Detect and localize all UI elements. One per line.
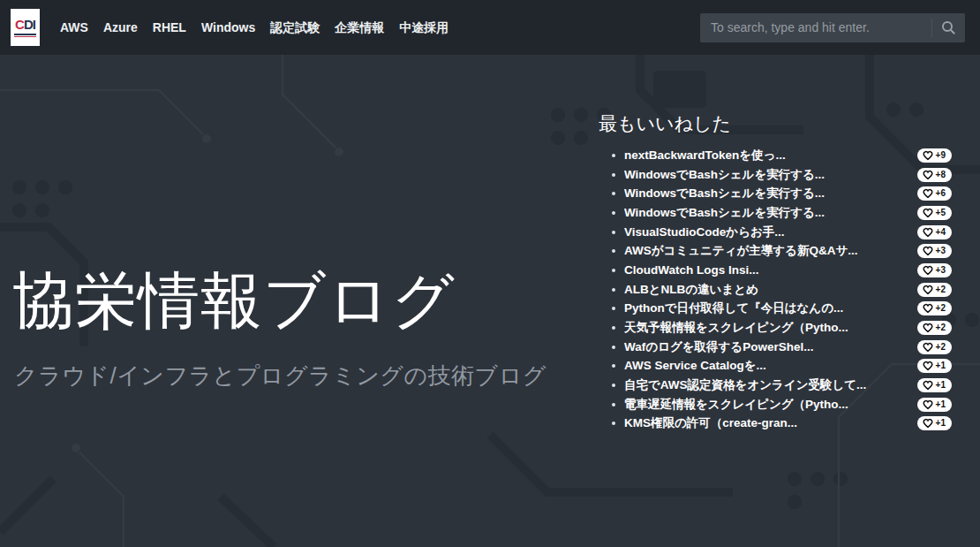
search-icon xyxy=(941,20,956,35)
bullet-icon xyxy=(612,211,615,215)
article-title[interactable]: 自宅でAWS認定資格をオンライン受験して... xyxy=(624,377,910,393)
like-badge: +1 xyxy=(917,416,952,430)
list-item[interactable]: ALBとNLBの違いまとめ +2 xyxy=(599,280,952,300)
hero-copy: 協栄情報ブログ クラウド/インフラとプログラミングの技術ブログ xyxy=(12,269,547,391)
article-title[interactable]: VisualStudioCodeからお手... xyxy=(624,224,910,240)
list-item[interactable]: nextBackwardTokenを使っ... +9 xyxy=(599,146,952,165)
heart-icon xyxy=(923,150,933,161)
list-item[interactable]: CloudWatch Logs Insi... +3 xyxy=(599,261,952,280)
nav-item: 中途採用 xyxy=(399,19,449,36)
main-nav: AWS Azure RHEL Windows 認定試験 企業情報 中途採用 xyxy=(60,19,449,36)
heart-icon xyxy=(923,323,933,333)
list-item[interactable]: AWSがコミュニティが主導する新Q&Aサ... +3 xyxy=(599,241,952,261)
heart-icon xyxy=(923,285,933,295)
list-item[interactable]: KMS権限の許可（create-gran... +1 xyxy=(599,414,952,434)
bullet-icon xyxy=(612,364,615,368)
article-title[interactable]: AWS Service Catalogを... xyxy=(624,358,910,374)
bullet-icon xyxy=(612,154,615,157)
logo-letters-di: DI xyxy=(24,17,35,32)
article-title[interactable]: CloudWatch Logs Insi... xyxy=(624,263,910,277)
nav-item: Azure xyxy=(103,19,138,36)
list-item[interactable]: VisualStudioCodeからお手... +4 xyxy=(599,223,952,242)
like-count: +4 xyxy=(936,228,946,237)
blog-title: 協栄情報ブログ xyxy=(12,269,547,334)
article-title[interactable]: Pythonで日付取得して『今日はなんの... xyxy=(624,300,910,316)
nav-item: 企業情報 xyxy=(335,19,384,36)
like-count: +6 xyxy=(936,189,946,198)
nav-item-5[interactable]: 企業情報 xyxy=(335,20,384,34)
heart-icon xyxy=(923,227,933,238)
nav-item-4[interactable]: 認定試験 xyxy=(270,20,320,34)
like-badge: +1 xyxy=(917,359,952,373)
site-logo[interactable]: CDI xyxy=(11,9,40,46)
heart-icon xyxy=(923,208,933,218)
like-badge: +3 xyxy=(917,244,952,258)
heart-icon xyxy=(923,265,933,276)
nav-item-1[interactable]: Azure xyxy=(103,20,138,34)
bullet-icon xyxy=(612,346,615,349)
bullet-icon xyxy=(612,288,615,292)
article-title[interactable]: 天気予報情報をスクレイピング（Pytho... xyxy=(624,320,910,336)
list-item[interactable]: 天気予報情報をスクレイピング（Pytho... +2 xyxy=(599,318,952,338)
bullet-icon xyxy=(612,249,615,253)
search-box xyxy=(700,13,965,42)
article-title[interactable]: ALBとNLBの違いまとめ xyxy=(624,282,910,298)
nav-item-0[interactable]: AWS xyxy=(60,20,88,34)
list-item[interactable]: AWS Service Catalogを... +1 xyxy=(599,357,952,376)
search-button[interactable] xyxy=(931,19,965,37)
like-badge: +8 xyxy=(917,168,952,182)
heart-icon xyxy=(923,342,933,353)
like-count: +1 xyxy=(936,419,946,428)
list-item[interactable]: 自宅でAWS認定資格をオンライン受験して... +1 xyxy=(599,376,952,395)
nav-item-3[interactable]: Windows xyxy=(201,20,255,34)
list-item[interactable]: WindowsでBashシェルを実行する... +8 xyxy=(599,165,952,185)
like-badge: +2 xyxy=(917,340,952,354)
blog-subtitle: クラウド/インフラとプログラミングの技術ブログ xyxy=(14,361,547,391)
most-liked-widget: 最もいいねした nextBackwardTokenを使っ... +9 Windo… xyxy=(599,111,952,433)
article-title[interactable]: AWSがコミュニティが主導する新Q&Aサ... xyxy=(624,243,910,259)
heart-icon xyxy=(923,361,933,371)
nav-item: Windows xyxy=(201,19,255,36)
list-item[interactable]: Pythonで日付取得して『今日はなんの... +2 xyxy=(599,300,952,319)
bullet-icon xyxy=(612,269,615,272)
logo-letter-c: C xyxy=(15,17,24,32)
like-count: +2 xyxy=(936,343,946,352)
article-title[interactable]: WindowsでBashシェルを実行する... xyxy=(624,186,910,201)
like-badge: +2 xyxy=(917,321,952,335)
heart-icon xyxy=(923,188,933,199)
search-input[interactable] xyxy=(700,20,931,34)
like-badge: +1 xyxy=(917,398,952,412)
article-title[interactable]: KMS権限の許可（create-gran... xyxy=(624,415,910,431)
list-item[interactable]: WindowsでBashシェルを実行する... +6 xyxy=(599,184,952,203)
like-count: +1 xyxy=(936,361,946,370)
heart-icon xyxy=(923,380,933,391)
like-badge: +5 xyxy=(917,206,952,220)
heart-icon xyxy=(923,170,933,180)
like-badge: +9 xyxy=(917,148,952,163)
article-title[interactable]: Wafのログを取得するPowerShel... xyxy=(624,339,910,355)
article-title[interactable]: WindowsでBashシェルを実行する... xyxy=(624,167,910,183)
like-badge: +6 xyxy=(917,186,952,201)
article-title[interactable]: nextBackwardTokenを使っ... xyxy=(624,148,910,163)
list-item[interactable]: Wafのログを取得するPowerShel... +2 xyxy=(599,338,952,357)
nav-item-6[interactable]: 中途採用 xyxy=(399,20,449,34)
like-count: +9 xyxy=(936,151,946,160)
article-title[interactable]: WindowsでBashシェルを実行する... xyxy=(624,205,910,221)
nav-item-2[interactable]: RHEL xyxy=(153,20,186,34)
like-badge: +1 xyxy=(917,378,952,392)
article-title[interactable]: 電車遅延情報をスクレイピング（Pytho... xyxy=(624,397,910,413)
nav-item: RHEL xyxy=(153,19,186,36)
bullet-icon xyxy=(612,384,615,387)
heart-icon xyxy=(923,418,933,429)
like-count: +1 xyxy=(936,381,946,390)
widget-title: 最もいいねした xyxy=(599,111,952,136)
like-badge: +2 xyxy=(917,301,952,315)
like-count: +3 xyxy=(936,247,946,255)
like-count: +8 xyxy=(936,171,946,179)
list-item[interactable]: 電車遅延情報をスクレイピング（Pytho... +1 xyxy=(599,395,952,414)
like-count: +2 xyxy=(936,304,946,313)
heart-icon xyxy=(923,246,933,256)
list-item[interactable]: WindowsでBashシェルを実行する... +5 xyxy=(599,203,952,223)
heart-icon xyxy=(923,399,933,410)
like-badge: +4 xyxy=(917,225,952,239)
